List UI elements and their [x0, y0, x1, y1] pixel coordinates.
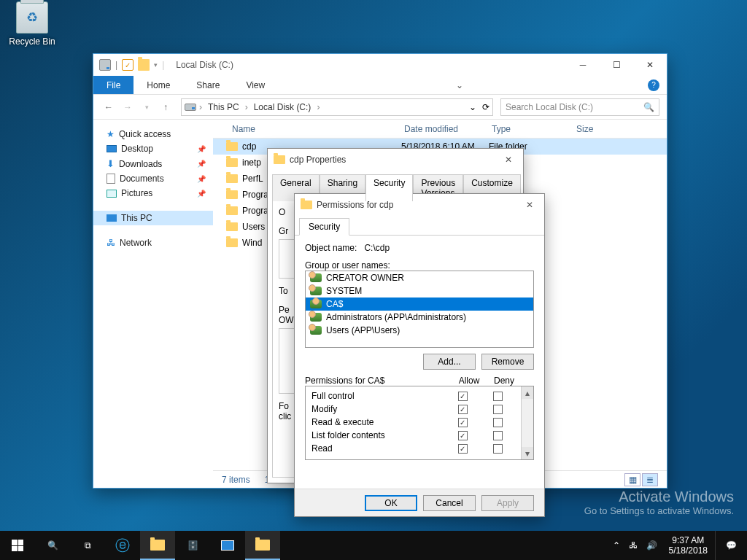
scroll-up-icon[interactable]: ▴: [522, 386, 533, 399]
help-icon[interactable]: ?: [648, 79, 659, 91]
tray-network-icon[interactable]: 🖧: [624, 540, 642, 551]
user-list-item[interactable]: SYSTEM: [306, 284, 533, 298]
user-list-item[interactable]: CA$: [306, 298, 533, 311]
nav-back[interactable]: ←: [101, 99, 117, 115]
group-icon: [310, 287, 322, 295]
ribbon-view[interactable]: View: [233, 76, 278, 94]
permission-row: Read & execute✓: [311, 416, 515, 429]
tab-security[interactable]: Security: [365, 174, 413, 201]
scroll-down-icon[interactable]: ▾: [522, 447, 533, 459]
tray-volume-icon[interactable]: 🔊: [642, 540, 662, 551]
deny-checkbox[interactable]: [493, 444, 503, 454]
add-button[interactable]: Add...: [423, 354, 476, 370]
action-center-button[interactable]: 💬: [715, 531, 747, 560]
maximize-button[interactable]: ☐: [600, 54, 633, 76]
address-dropdown-icon[interactable]: ⌄: [469, 102, 476, 112]
permission-row: List folder contents✓: [311, 429, 515, 442]
breadcrumb-drive[interactable]: Local Disk (C:): [251, 102, 314, 112]
col-name[interactable]: Name: [226, 124, 398, 134]
nav-forward[interactable]: →: [120, 99, 136, 115]
col-date[interactable]: Date modified: [398, 124, 486, 134]
folder-icon: [226, 206, 238, 215]
drive-icon: [99, 59, 111, 71]
qat-newfolder-icon[interactable]: [138, 59, 150, 71]
properties-titlebar[interactable]: cdp Properties ✕: [268, 149, 523, 171]
refresh-icon[interactable]: ⟳: [482, 102, 489, 112]
folder-icon: [226, 174, 238, 183]
col-size[interactable]: Size: [570, 124, 667, 134]
minimize-button[interactable]: ─: [566, 54, 600, 76]
group-icon: [310, 326, 322, 335]
pin-icon: 📌: [197, 190, 206, 198]
allow-checkbox[interactable]: ✓: [458, 431, 468, 440]
deny-checkbox[interactable]: [493, 418, 503, 427]
permissions-dialog: Permissions for cdp ✕ Security Object na…: [294, 193, 545, 517]
deny-label: Deny: [487, 376, 522, 386]
nav-downloads[interactable]: ⬇Downloads📌: [93, 156, 213, 171]
nav-this-pc[interactable]: This PC: [93, 211, 213, 225]
close-icon[interactable]: ✕: [521, 200, 538, 210]
view-details-button[interactable]: ≣: [642, 473, 658, 486]
qat-properties-icon[interactable]: ✓: [122, 59, 133, 71]
close-icon[interactable]: ✕: [500, 155, 517, 165]
tab-security[interactable]: Security: [299, 218, 349, 236]
nav-recent[interactable]: ▾: [139, 99, 155, 115]
group-icon: [310, 313, 322, 322]
taskbar-explorer[interactable]: [140, 531, 175, 560]
column-headers[interactable]: Name Date modified Type Size: [213, 120, 667, 139]
clock[interactable]: 9:37 AM 5/18/2018: [662, 535, 715, 556]
taskbar-server-manager[interactable]: 🗄️: [175, 531, 210, 560]
explorer-titlebar[interactable]: | ✓ ▾ | Local Disk (C:) ─ ☐ ✕: [93, 54, 667, 76]
user-list-item[interactable]: CREATOR OWNER: [306, 271, 533, 284]
permissions-titlebar[interactable]: Permissions for cdp ✕: [295, 194, 544, 216]
nav-pictures[interactable]: Pictures📌: [93, 186, 213, 201]
nav-quick-access[interactable]: ★Quick access: [93, 127, 213, 141]
address-bar[interactable]: › This PC › Local Disk (C:) › ⌄ ⟳: [181, 98, 493, 116]
permissions-title: Permissions for cdp: [317, 200, 516, 210]
deny-checkbox[interactable]: [493, 431, 503, 440]
recycle-bin[interactable]: ♻ Recycle Bin: [6, 1, 58, 47]
close-button[interactable]: ✕: [633, 54, 667, 76]
permissions-for-label: Permissions for CA$: [305, 376, 452, 386]
taskbar-app1[interactable]: [210, 531, 245, 560]
folder-icon: [226, 238, 238, 247]
ribbon-share[interactable]: Share: [183, 76, 233, 94]
ribbon-file[interactable]: File: [93, 76, 133, 94]
ribbon-home[interactable]: Home: [133, 76, 183, 94]
search-button[interactable]: 🔍: [35, 531, 70, 560]
allow-checkbox[interactable]: ✓: [458, 405, 468, 414]
remove-button[interactable]: Remove: [481, 354, 534, 370]
deny-checkbox[interactable]: [493, 392, 503, 401]
folder-icon: [226, 142, 238, 151]
taskbar-folder[interactable]: [245, 531, 280, 560]
user-list-item[interactable]: Administrators (APP\Administrators): [306, 311, 533, 324]
user-list[interactable]: CREATOR OWNERSYSTEMCA$Administrators (AP…: [305, 271, 534, 348]
allow-checkbox[interactable]: ✓: [458, 444, 468, 454]
view-thumbnails-button[interactable]: ▦: [624, 473, 640, 486]
allow-checkbox[interactable]: ✓: [458, 392, 468, 401]
nav-documents[interactable]: Documents📌: [93, 171, 213, 186]
nav-desktop[interactable]: Desktop📌: [93, 141, 213, 156]
breadcrumb-thispc[interactable]: This PC: [205, 102, 242, 112]
scrollbar[interactable]: ▴ ▾: [521, 386, 533, 459]
user-icon: [310, 300, 322, 308]
explorer-title: Local Disk (C:): [176, 60, 566, 70]
group-icon: [310, 273, 322, 282]
taskbar-ie[interactable]: ⓔ: [105, 531, 140, 560]
col-type[interactable]: Type: [486, 124, 570, 134]
cancel-button[interactable]: Cancel: [423, 495, 476, 511]
taskbar[interactable]: 🔍 ⧉ ⓔ 🗄️ ⌃ 🖧 🔊 9:37 AM 5/18/2018 💬: [0, 531, 747, 560]
tray-chevron-icon[interactable]: ⌃: [608, 540, 624, 551]
deny-checkbox[interactable]: [493, 405, 503, 414]
ok-button[interactable]: OK: [365, 495, 417, 511]
allow-checkbox[interactable]: ✓: [458, 418, 468, 427]
task-view-button[interactable]: ⧉: [70, 531, 105, 560]
nav-up[interactable]: ↑: [158, 99, 174, 115]
nav-network[interactable]: 🖧Network: [93, 236, 213, 250]
ribbon-expand-icon[interactable]: ⌄: [456, 80, 471, 90]
search-input[interactable]: Search Local Disk (C:) 🔍: [500, 98, 659, 116]
apply-button[interactable]: Apply: [481, 495, 534, 511]
drive-icon: [185, 104, 196, 111]
start-button[interactable]: [0, 531, 35, 560]
user-list-item[interactable]: Users (APP\Users): [306, 324, 533, 337]
